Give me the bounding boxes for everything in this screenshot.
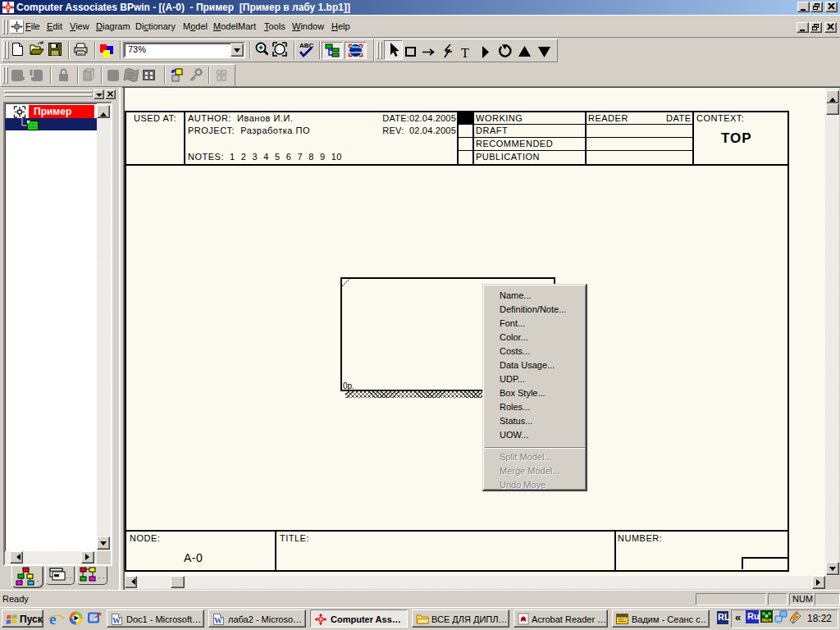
- svg-text:LITE: LITE: [763, 619, 771, 623]
- svg-text:W: W: [214, 616, 222, 625]
- svg-text:W: W: [112, 616, 121, 625]
